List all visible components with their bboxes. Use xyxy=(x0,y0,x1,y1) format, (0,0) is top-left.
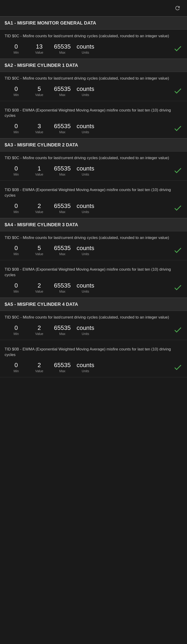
tid-block-0B_A2: TID $0B - EWMA (Exponential Weighted Mov… xyxy=(0,104,187,138)
tid-min-group-0C_A2: 0Min xyxy=(4,85,28,97)
tid-block-0C_A3: TID $0C - Misfire counts for last/curren… xyxy=(0,152,187,181)
tid-value-label-0B_A3: Value xyxy=(35,210,43,214)
tid-value-group-0B_A3: 2Value xyxy=(28,202,51,214)
tid-max-label-0C_A1: Max xyxy=(59,51,65,54)
tid-min-label-0B_A3: Min xyxy=(14,210,19,214)
section-header-A3: $A3 - MISFIRE CYLINDER 2 DATA xyxy=(0,138,187,152)
tid-max-group-0C_A3: 65535Max xyxy=(51,165,74,176)
tid-min-value-0B_A5: 0 xyxy=(14,362,18,369)
tid-units-group-0C_A5: countsUnits xyxy=(74,324,97,336)
tid-value-0B_A2: 3 xyxy=(38,122,41,130)
tid-description-0C_A3: TID $0C - Misfire counts for last/curren… xyxy=(0,152,187,162)
tid-min-value-0B_A3: 0 xyxy=(14,202,18,210)
tid-max-label-0C_A2: Max xyxy=(59,93,65,97)
tid-value-0B_A3: 2 xyxy=(38,202,41,210)
tid-max-label-0C_A3: Max xyxy=(59,172,65,176)
tid-max-label-0B_A4: Max xyxy=(59,290,65,293)
tid-max-group-0B_A5: 65535Max xyxy=(51,362,74,373)
tid-min-label-0B_A5: Min xyxy=(14,369,19,373)
tid-min-label-0C_A1: Min xyxy=(14,51,19,54)
tid-units-group-0B_A4: countsUnits xyxy=(74,282,97,293)
tid-min-group-0B_A3: 0Min xyxy=(4,202,28,214)
tid-value-group-0C_A2: 5Value xyxy=(28,85,51,97)
tid-min-group-0C_A4: 0Min xyxy=(4,244,28,256)
tid-max-value-0C_A1: 65535 xyxy=(54,43,71,50)
tid-min-label-0B_A4: Min xyxy=(14,290,19,293)
tid-value-group-0C_A3: 1Value xyxy=(28,165,51,176)
tid-units-value-0C_A3: counts xyxy=(77,165,94,172)
tid-spacer xyxy=(0,181,187,184)
tid-block-0B_A3: TID $0B - EWMA (Exponential Weighted Mov… xyxy=(0,184,187,218)
tid-value-label-0B_A5: Value xyxy=(35,369,43,373)
section-header-A5: $A5 - MISFIRE CYLINDER 4 DATA xyxy=(0,298,187,311)
tid-units-group-0B_A5: countsUnits xyxy=(74,362,97,373)
refresh-button[interactable] xyxy=(174,4,182,12)
tid-max-value-0B_A2: 65535 xyxy=(54,122,71,130)
tid-max-value-0B_A3: 65535 xyxy=(54,202,71,210)
tid-check-icon-0B_A5 xyxy=(173,363,183,372)
tid-value-0C_A1: 13 xyxy=(36,43,43,50)
tid-value-group-0B_A2: 3Value xyxy=(28,122,51,134)
section-title-A5: $A5 - MISFIRE CYLINDER 4 DATA xyxy=(4,302,183,307)
tid-min-value-0C_A2: 0 xyxy=(14,85,18,92)
tid-units-value-0C_A2: counts xyxy=(77,85,94,92)
tid-units-group-0C_A2: countsUnits xyxy=(74,85,97,97)
tid-max-group-0B_A3: 65535Max xyxy=(51,202,74,214)
tid-check-icon-0C_A2 xyxy=(173,86,183,96)
tid-min-value-0C_A5: 0 xyxy=(14,324,18,332)
tid-values-0C_A2: 0Min5Value65535MaxcountsUnits xyxy=(0,83,187,101)
tid-max-value-0C_A5: 65535 xyxy=(54,324,71,332)
tid-values-0B_A4: 0Min2Value65535MaxcountsUnits xyxy=(0,280,187,298)
tid-max-group-0B_A2: 65535Max xyxy=(51,122,74,134)
tid-max-group-0C_A2: 65535Max xyxy=(51,85,74,97)
tid-spacer xyxy=(0,340,187,343)
tid-units-label-0B_A4: Units xyxy=(82,290,89,293)
tid-value-group-0C_A5: 2Value xyxy=(28,324,51,336)
tid-units-value-0B_A4: counts xyxy=(77,282,94,289)
tid-value-0C_A3: 1 xyxy=(38,165,41,172)
tid-min-value-0C_A3: 0 xyxy=(14,165,18,172)
tid-description-0C_A5: TID $0C - Misfire counts for last/curren… xyxy=(0,311,187,322)
tid-check-icon-0C_A1 xyxy=(173,44,183,53)
tid-block-0C_A2: TID $0C - Misfire counts for last/curren… xyxy=(0,72,187,101)
tid-min-group-0B_A2: 0Min xyxy=(4,122,28,134)
section-title-A4: $A4 - MISFIRE CYLINDER 3 DATA xyxy=(4,222,183,228)
tid-units-value-0B_A3: counts xyxy=(77,202,94,210)
section-header-A4: $A4 - MISFIRE CYLINDER 3 DATA xyxy=(0,218,187,231)
tid-values-0B_A5: 0Min2Value65535MaxcountsUnits xyxy=(0,359,187,377)
tid-units-value-0B_A5: counts xyxy=(77,362,94,369)
tid-description-0B_A5: TID $0B - EWMA (Exponential Weighted Mov… xyxy=(0,343,187,360)
tid-units-label-0B_A5: Units xyxy=(82,369,89,373)
tid-block-0C_A5: TID $0C - Misfire counts for last/curren… xyxy=(0,311,187,340)
tid-units-value-0C_A5: counts xyxy=(77,324,94,332)
tid-value-label-0B_A4: Value xyxy=(35,290,43,293)
tid-block-0C_A1: TID $0C - Misfire counts for last/curren… xyxy=(0,30,187,59)
tid-min-group-0B_A5: 0Min xyxy=(4,362,28,373)
tid-units-label-0B_A2: Units xyxy=(82,130,89,134)
tid-max-label-0C_A5: Max xyxy=(59,332,65,336)
tid-units-group-0C_A1: countsUnits xyxy=(74,43,97,54)
tid-max-value-0B_A4: 65535 xyxy=(54,282,71,289)
tid-max-group-0C_A4: 65535Max xyxy=(51,244,74,256)
tid-units-label-0C_A3: Units xyxy=(82,172,89,176)
tid-min-group-0C_A3: 0Min xyxy=(4,165,28,176)
tid-description-0C_A1: TID $0C - Misfire counts for last/curren… xyxy=(0,30,187,41)
tid-units-label-0C_A5: Units xyxy=(82,332,89,336)
tid-check-icon-0B_A2 xyxy=(173,124,183,133)
tid-value-0B_A5: 2 xyxy=(38,362,41,369)
tid-value-label-0C_A1: Value xyxy=(35,51,43,54)
tid-units-group-0B_A2: countsUnits xyxy=(74,122,97,134)
tid-block-0B_A5: TID $0B - EWMA (Exponential Weighted Mov… xyxy=(0,343,187,378)
tid-min-group-0C_A1: 0Min xyxy=(4,43,28,54)
tid-min-label-0C_A4: Min xyxy=(14,252,19,256)
tid-max-group-0C_A1: 65535Max xyxy=(51,43,74,54)
tid-max-value-0C_A3: 65535 xyxy=(54,165,71,172)
tid-values-0C_A5: 0Min2Value65535MaxcountsUnits xyxy=(0,322,187,340)
tid-min-value-0B_A4: 0 xyxy=(14,282,18,289)
tid-max-group-0C_A5: 65535Max xyxy=(51,324,74,336)
section-title-A2: $A2 - MISFIRE CYLINDER 1 DATA xyxy=(4,63,183,68)
tid-values-0C_A4: 0Min5Value65535MaxcountsUnits xyxy=(0,242,187,260)
tid-value-0B_A4: 2 xyxy=(38,282,41,289)
tid-description-0C_A2: TID $0C - Misfire counts for last/curren… xyxy=(0,72,187,83)
tid-units-label-0C_A4: Units xyxy=(82,252,89,256)
